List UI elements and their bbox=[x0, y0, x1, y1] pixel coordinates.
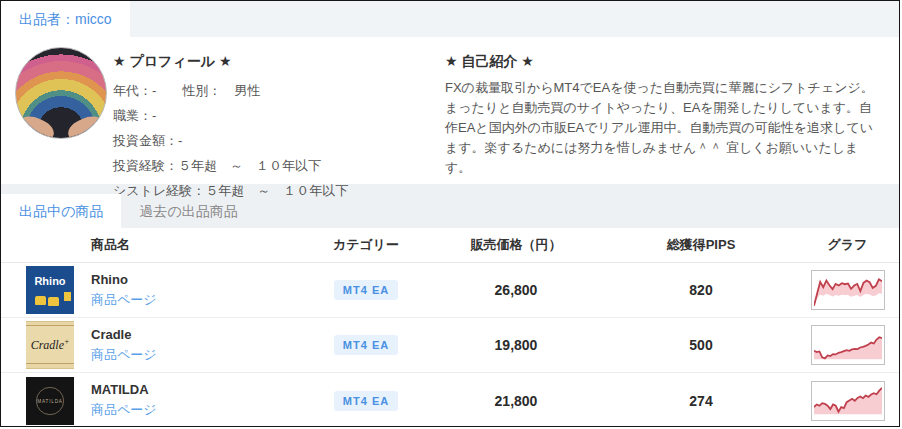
tab-past-products[interactable]: 過去の出品商品 bbox=[121, 194, 255, 228]
seller-page: 出品者：micco ★ プロフィール ★ 年代：- 性別： 男性 職業：- 投資… bbox=[0, 0, 900, 427]
thumbnail-label: Cradle+ bbox=[31, 337, 70, 353]
product-thumbnail-matilda[interactable]: MATILDA bbox=[26, 377, 74, 425]
category-badge: MT4 EA bbox=[334, 391, 398, 411]
intro-text: FXの裁量取引からMT4でEAを使った自動売買に華麗にシフトチェンジ。まったりと… bbox=[445, 78, 879, 178]
profile-line-invest-exp: 投資経験：５年超 ～ １０年以下 bbox=[113, 153, 445, 178]
sparkline-chart bbox=[811, 270, 885, 310]
avatar bbox=[15, 47, 107, 139]
tab-current-products[interactable]: 出品中の商品 bbox=[1, 194, 121, 228]
product-price: 19,800 bbox=[426, 337, 606, 353]
intro-heading: ★ 自己紹介 ★ bbox=[445, 53, 879, 71]
product-name: Cradle bbox=[91, 327, 306, 342]
top-tab-strip: 出品者：micco bbox=[1, 1, 899, 37]
product-name: Rhino bbox=[91, 272, 306, 287]
product-price: 26,800 bbox=[426, 282, 606, 298]
profile-section: ★ プロフィール ★ 年代：- 性別： 男性 職業：- 投資金額：- 投資経験：… bbox=[1, 37, 899, 184]
table-row: Cradle+ Cradle 商品ページ MT4 EA 19,800 500 bbox=[1, 318, 899, 373]
header-price: 販売価格（円） bbox=[426, 236, 606, 254]
intro-block: ★ 自己紹介 ★ FXの裁量取引からMT4でEAを使った自動売買に華麗にシフトチ… bbox=[445, 47, 885, 184]
product-name: MATILDA bbox=[91, 382, 306, 397]
profile-heading: ★ プロフィール ★ bbox=[113, 53, 445, 71]
product-thumbnail-rhino[interactable]: Rhino bbox=[26, 266, 74, 314]
products-table: 商品名 カテゴリー 販売価格（円） 総獲得PIPS グラフ Rhino Rhin… bbox=[1, 228, 899, 427]
table-row: Rhino Rhino 商品ページ MT4 EA 26,800 820 bbox=[1, 263, 899, 318]
header-category: カテゴリー bbox=[306, 236, 426, 254]
product-pips: 820 bbox=[606, 282, 796, 298]
sparkline-chart bbox=[811, 381, 885, 421]
profile-line-amount: 投資金額：- bbox=[113, 128, 445, 153]
sparkline-chart bbox=[811, 325, 885, 365]
product-thumbnail-cradle[interactable]: Cradle+ bbox=[26, 321, 74, 369]
product-price: 21,800 bbox=[426, 393, 606, 409]
profile-line-age: 年代：- 性別： 男性 bbox=[113, 78, 445, 103]
product-page-link[interactable]: 商品ページ bbox=[91, 292, 157, 307]
header-pips: 総獲得PIPS bbox=[606, 236, 796, 254]
profile-block: ★ プロフィール ★ 年代：- 性別： 男性 職業：- 投資金額：- 投資経験：… bbox=[113, 47, 445, 184]
thumbnail-label: MATILDA bbox=[36, 386, 64, 414]
header-graph: グラフ bbox=[796, 236, 899, 254]
header-product-name: 商品名 bbox=[91, 236, 306, 254]
product-pips: 500 bbox=[606, 337, 796, 353]
product-pips: 274 bbox=[606, 393, 796, 409]
category-badge: MT4 EA bbox=[334, 280, 398, 300]
table-row: MATILDA MATILDA 商品ページ MT4 EA 21,800 274 bbox=[1, 373, 899, 427]
seller-tab[interactable]: 出品者：micco bbox=[1, 1, 130, 37]
profile-line-job: 職業：- bbox=[113, 103, 445, 128]
category-badge: MT4 EA bbox=[334, 335, 398, 355]
product-page-link[interactable]: 商品ページ bbox=[91, 402, 157, 417]
table-header-row: 商品名 カテゴリー 販売価格（円） 総獲得PIPS グラフ bbox=[1, 228, 899, 263]
product-page-link[interactable]: 商品ページ bbox=[91, 347, 157, 362]
thumbnail-label: Rhino bbox=[34, 275, 65, 287]
